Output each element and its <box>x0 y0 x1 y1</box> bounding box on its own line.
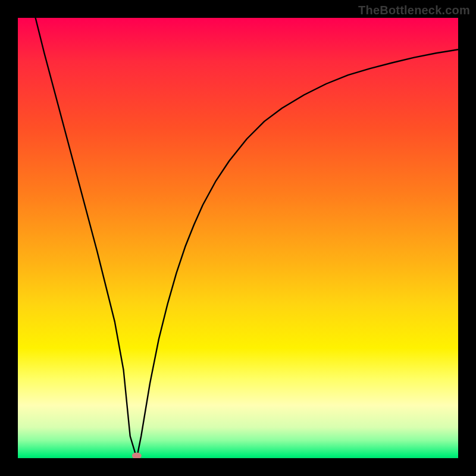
chart-plot-area <box>18 18 458 458</box>
optimal-point-marker <box>132 453 142 459</box>
watermark-text: TheBottleneck.com <box>358 4 470 17</box>
mismatch-curve-line <box>36 18 458 458</box>
chart-svg <box>18 18 458 458</box>
